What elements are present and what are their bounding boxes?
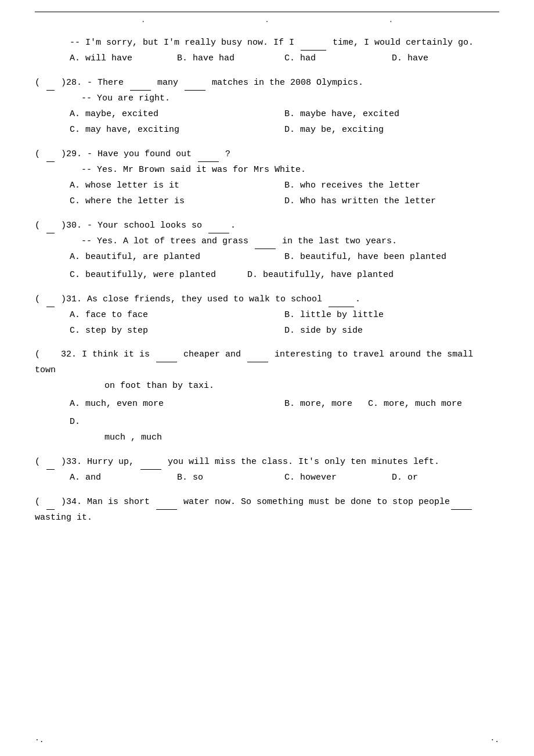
bottom-dots: ·. ·. — [35, 736, 499, 744]
option-b: B. little by little — [284, 307, 476, 323]
q33-options: A. and B. so C. however D. or — [70, 470, 499, 485]
option-c: C. had — [284, 51, 369, 66]
q28-stem: ( )28. - There many matches in the 2008 … — [35, 74, 499, 91]
option-b: B. who receives the letter — [284, 178, 476, 193]
q30-stem: ( )30. - Your school looks so . — [35, 217, 499, 233]
option-d: D. Who has written the letter — [284, 193, 476, 209]
option-d: D. have — [392, 51, 476, 66]
option-a: A. will have — [70, 51, 154, 66]
option-c: C. however — [284, 470, 369, 485]
q32-options: A. much, even more B. more, more C. more… — [70, 396, 499, 412]
q34-stem: ( )34. Man is short water now. So someth… — [35, 494, 499, 525]
question-32: ( 32. I think it is cheaper and interest… — [35, 347, 499, 445]
q31-options: A. face to face B. little by little C. s… — [70, 307, 499, 339]
option-b: B. more, more C. more, much more — [284, 396, 476, 412]
question-29: ( )29. - Have you found out ? -- Yes. Mr… — [35, 146, 499, 209]
q27-text: -- I'm sorry, but I'm really busy now. I… — [35, 35, 499, 51]
q31-stem: ( )31. As close friends, they used to wa… — [35, 291, 499, 307]
option-b: B. beautiful, have been planted — [284, 249, 476, 265]
option-c: C. step by step — [70, 323, 261, 339]
question-28: ( )28. - There many matches in the 2008 … — [35, 74, 499, 138]
q32-last-option: much , much — [35, 430, 499, 445]
option-d: D. may be, exciting — [284, 122, 476, 138]
top-line — [35, 12, 499, 12]
q29-options: A. whose letter is it B. who receives th… — [70, 178, 499, 209]
question-33: ( )33. Hurry up, you will miss the class… — [35, 453, 499, 485]
option-b: B. have had — [177, 51, 261, 66]
question-31: ( )31. As close friends, they used to wa… — [35, 291, 499, 339]
option-a: A. maybe, excited — [70, 106, 261, 122]
option-d: D. or — [392, 470, 476, 485]
top-dots: . . . — [35, 16, 499, 24]
q32-stem: ( 32. I think it is cheaper and interest… — [35, 347, 499, 378]
option-a: A. whose letter is it — [70, 178, 261, 193]
q29-stem: ( )29. - Have you found out ? — [35, 146, 499, 162]
q30-continuation: -- Yes. A lot of trees and grass in the … — [35, 233, 499, 249]
q30-options: A. beautiful, are planted B. beautiful, … — [70, 249, 499, 265]
page: . . . -- I'm sorry, but I'm really busy … — [0, 0, 534, 756]
question-34: ( )34. Man is short water now. So someth… — [35, 494, 499, 525]
option-a: A. face to face — [70, 307, 261, 323]
q32-continuation1: on foot than by taxi. — [35, 378, 499, 394]
q27-options: A. will have B. have had C. had D. have — [70, 51, 499, 66]
question-27-intro: -- I'm sorry, but I'm really busy now. I… — [35, 35, 499, 66]
option-b: B. maybe have, excited — [284, 106, 476, 122]
q30-options-row2: C. beautifully, were planted D. beautifu… — [35, 267, 499, 283]
option-a: A. beautiful, are planted — [70, 249, 261, 265]
q28-options: A. maybe, excited B. maybe have, excited… — [70, 106, 499, 138]
option-a: A. and — [70, 470, 154, 485]
q29-continuation: -- Yes. Mr Brown said it was for Mrs Whi… — [35, 162, 499, 178]
q28-continuation: -- You are right. — [35, 91, 499, 106]
option-a: A. much, even more — [70, 396, 261, 412]
option-c: C. may have, exciting — [70, 122, 261, 138]
option-d: D. side by side — [284, 323, 476, 339]
q33-stem: ( )33. Hurry up, you will miss the class… — [35, 453, 499, 470]
option-c: C. where the letter is — [70, 193, 261, 209]
q32-options-row2: D. — [35, 414, 499, 430]
question-30: ( )30. - Your school looks so . -- Yes. … — [35, 217, 499, 283]
option-b: B. so — [177, 470, 261, 485]
